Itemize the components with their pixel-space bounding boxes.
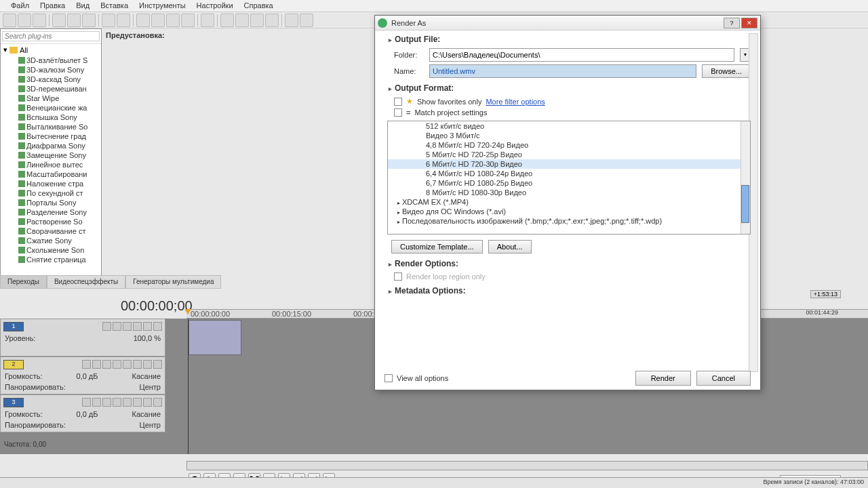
tree-item[interactable]: Наложение стра (1, 179, 101, 188)
tree-item[interactable]: По секундной ст (1, 188, 101, 198)
match-project-checkbox[interactable] (394, 108, 402, 117)
tree-item[interactable]: Вытеснение град (1, 131, 101, 141)
format-item[interactable]: 8 Мбит/с HD 1080-30p Видео (388, 188, 750, 197)
cancel-button[interactable]: Cancel (696, 371, 751, 386)
tree-item[interactable]: 3D-жалюзи Sony (1, 65, 101, 75)
more-filter-link[interactable]: More filter options (486, 98, 545, 106)
menu-settings[interactable]: Настройки (191, 0, 239, 12)
playhead[interactable] (188, 319, 189, 454)
format-group[interactable]: Видео для OC Windows (*.avi) (388, 207, 750, 216)
tree-item[interactable]: Линейное вытес (1, 160, 101, 169)
tree-item[interactable]: 3D-взлёт/вылет S (1, 56, 101, 65)
tree-item[interactable]: Разделение Sony (1, 207, 101, 217)
tb-paste[interactable] (82, 14, 96, 27)
effects-panel: ▾All 3D-взлёт/вылет S 3D-жалюзи Sony 3D-… (0, 28, 102, 279)
tb-tool-8[interactable] (250, 14, 264, 27)
customize-template-button[interactable]: Customize Template... (391, 240, 483, 253)
tb-save[interactable] (33, 14, 46, 27)
folder-input[interactable] (429, 48, 734, 62)
about-button[interactable]: About... (488, 240, 532, 253)
tree-item[interactable]: Сжатие Sony (1, 236, 101, 245)
tb-tool-11[interactable] (300, 14, 313, 27)
tab-transitions[interactable]: Переходы (0, 275, 47, 289)
tree-item[interactable]: Выталкивание So (1, 122, 101, 131)
tb-cut[interactable] (52, 14, 66, 27)
tb-tool-5[interactable] (201, 14, 214, 27)
tab-videofx[interactable]: Видеоспецэффекты (47, 275, 125, 289)
format-list[interactable]: 512 кбит/с видео Видео 3 Мбит/с 4,8 Мбит… (387, 121, 751, 235)
format-group[interactable]: XDCAM EX (*.MP4) (388, 197, 750, 207)
track-header-1[interactable]: 1 Уровень:100,0 % (0, 319, 165, 357)
view-all-label: View all options (397, 374, 448, 382)
close-button[interactable]: ✕ (741, 18, 757, 28)
tree-item[interactable]: Star Wipe (1, 94, 101, 103)
show-favorites-checkbox[interactable] (394, 98, 402, 106)
tree-item[interactable]: Растворение So (1, 217, 101, 226)
tb-undo[interactable] (102, 14, 115, 27)
panel-tabs: Переходы Видеоспецэффекты Генераторы мул… (0, 275, 221, 289)
browse-button[interactable]: Browse... (702, 64, 751, 78)
tb-tool-4[interactable] (181, 14, 195, 27)
tree-item[interactable]: Сворачивание ст (1, 226, 101, 236)
menu-help[interactable]: Справка (239, 0, 279, 12)
tb-tool-1[interactable] (136, 14, 150, 27)
format-item[interactable]: 6,7 Мбит/с HD 1080-25p Видео (388, 178, 750, 188)
preset-label: Предустановка: (106, 31, 165, 39)
tab-generators[interactable]: Генераторы мультимедиа (125, 275, 221, 289)
timeline-scrollbar[interactable] (186, 461, 868, 470)
tree-item[interactable]: Диафрагма Sony (1, 141, 101, 150)
menu-tools[interactable]: Инструменты (134, 0, 191, 12)
tb-tool-9[interactable] (265, 14, 279, 27)
tb-redo[interactable] (117, 14, 130, 27)
format-group[interactable]: Последовательность изображений (*.bmp;*.… (388, 216, 750, 226)
menu-insert[interactable]: Вставка (95, 0, 134, 12)
dialog-titlebar[interactable]: Render As ? ✕ (375, 16, 760, 30)
render-button[interactable]: Render (635, 371, 691, 386)
name-input[interactable] (429, 64, 696, 78)
tb-tool-6[interactable] (220, 14, 234, 27)
tree-item[interactable]: Замещение Sony (1, 150, 101, 160)
track-header-3[interactable]: 3 Громкость:0,0 дБКасание Панорамировать… (0, 394, 165, 432)
tree-item[interactable]: Порталы Sony (1, 198, 101, 207)
tree-item[interactable]: Венецианские жа (1, 103, 101, 113)
tree-item[interactable]: Снятие страница (1, 255, 101, 264)
view-all-checkbox[interactable] (384, 374, 393, 382)
format-item[interactable]: 6,4 Мбит/с HD 1080-24p Видео (388, 169, 750, 178)
menu-edit[interactable]: Правка (35, 0, 71, 12)
tree-item[interactable]: Вспышка Sony (1, 113, 101, 122)
video-clip[interactable] (189, 320, 241, 355)
tree-item[interactable]: Масштабировани (1, 169, 101, 179)
format-scroll-thumb[interactable] (741, 185, 749, 223)
section-render-options[interactable]: Render Options: (384, 255, 751, 271)
menu-view[interactable]: Вид (71, 0, 95, 12)
format-item[interactable]: 4,8 Мбит/с HD 720-24p Видео (388, 140, 750, 150)
menubar: Файл Правка Вид Вставка Инструменты Наст… (0, 0, 868, 12)
track-header-2[interactable]: 2 Громкость:0,0 дБКасание Панорамировать… (0, 357, 165, 394)
tb-tool-3[interactable] (166, 14, 180, 27)
section-output-file[interactable]: Output File: (384, 30, 751, 47)
loop-region-checkbox (394, 272, 402, 281)
help-button[interactable]: ? (724, 18, 740, 28)
effects-tree[interactable]: ▾All 3D-взлёт/вылет S 3D-жалюзи Sony 3D-… (1, 44, 101, 274)
tb-tool-2[interactable] (151, 14, 165, 27)
tb-open[interactable] (18, 14, 31, 27)
dialog-title: Render As (391, 19, 722, 27)
track-number: 2 (3, 360, 24, 369)
tb-new[interactable] (3, 14, 16, 27)
folder-label: Folder: (394, 51, 424, 59)
tree-item[interactable]: 3D-каскад Sony (1, 75, 101, 84)
search-input[interactable] (2, 31, 100, 41)
tree-item[interactable]: 3D-перемешиван (1, 84, 101, 94)
tb-tool-10[interactable] (285, 14, 298, 27)
track-number: 3 (3, 398, 24, 407)
section-metadata[interactable]: Metadata Options: (384, 282, 751, 298)
tb-copy[interactable] (67, 14, 81, 27)
format-item[interactable]: Видео 3 Мбит/с (388, 131, 750, 140)
format-item[interactable]: 512 кбит/с видео (388, 121, 750, 131)
tree-item[interactable]: Скольжение Son (1, 245, 101, 255)
section-output-format[interactable]: Output Format: (384, 79, 751, 96)
format-item[interactable]: 5 Мбит/с HD 720-25p Видео (388, 150, 750, 159)
menu-file[interactable]: Файл (5, 0, 35, 12)
tb-tool-7[interactable] (235, 14, 249, 27)
format-item-selected[interactable]: 6 Мбит/с HD 720-30p Видео (388, 159, 750, 169)
